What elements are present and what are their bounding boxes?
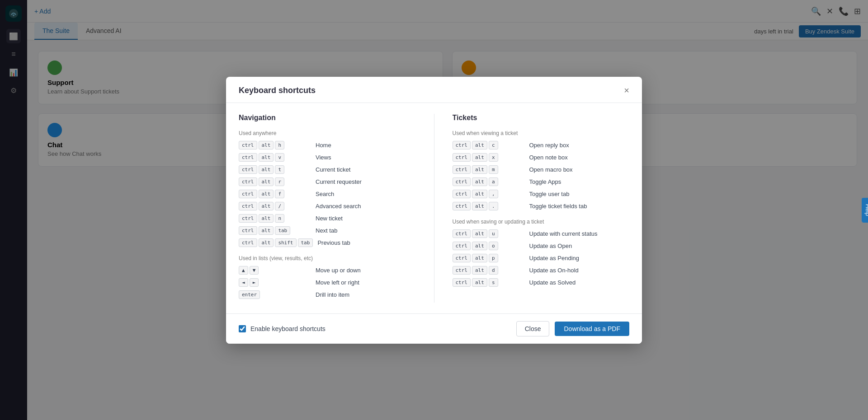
key-t: t: [275, 165, 284, 174]
key-alt: alt: [472, 177, 487, 186]
shortcut-drill: enter Drill into item: [239, 290, 416, 299]
key-slash: /: [275, 202, 284, 210]
shortcut-move-leftright: ◄ ► Move left or right: [239, 278, 416, 287]
key-alt: alt: [259, 190, 274, 198]
shortcut-open-note: ctrl alt x Open note box: [453, 153, 630, 162]
shortcut-new-ticket-keys: ctrl alt n: [239, 214, 311, 223]
shortcut-update-onhold-label: Update as On-hold: [529, 267, 579, 274]
used-in-lists-label: Used in lists (view, results, etc): [239, 255, 416, 261]
key-ctrl: ctrl: [239, 214, 257, 223]
key-m: m: [489, 165, 498, 174]
shortcut-move-updown-label: Move up or down: [316, 267, 361, 274]
shortcut-next-tab-keys: ctrl alt tab: [239, 226, 311, 235]
key-right: ►: [250, 278, 259, 287]
keyboard-shortcuts-modal: Keyboard shortcuts × Navigation Used any…: [226, 77, 642, 344]
used-saving-label: Used when saving or updating a ticket: [453, 219, 630, 225]
shortcut-current-ticket-keys: ctrl alt t: [239, 165, 311, 174]
shortcut-update-onhold: ctrl alt d Update as On-hold: [453, 266, 630, 275]
shortcut-current-ticket: ctrl alt t Current ticket: [239, 165, 416, 174]
key-p: p: [489, 254, 498, 262]
shortcut-views: ctrl alt v Views: [239, 153, 416, 162]
close-button[interactable]: Close: [516, 321, 550, 336]
shortcut-home: ctrl alt h Home: [239, 141, 416, 149]
shortcut-update-solved-label: Update as Solved: [529, 279, 576, 286]
key-ctrl: ctrl: [239, 153, 257, 162]
key-ctrl: ctrl: [453, 202, 471, 210]
enable-shortcuts-checkbox-label[interactable]: Enable keyboard shortcuts: [239, 325, 326, 332]
shortcut-prev-tab-label: Previous tab: [317, 239, 350, 246]
key-a: a: [489, 177, 498, 186]
shortcut-update-pending: ctrl alt p Update as Pending: [453, 254, 630, 262]
key-ctrl: ctrl: [453, 165, 471, 174]
key-ctrl: ctrl: [453, 141, 471, 149]
shortcut-update-open: ctrl alt o Update as Open: [453, 242, 630, 250]
key-d: d: [489, 266, 498, 275]
shortcut-prev-tab-keys: ctrl alt shift tab: [239, 238, 313, 247]
shortcut-open-reply-keys: ctrl alt c: [453, 141, 525, 149]
tickets-column: Tickets Used when viewing a ticket ctrl …: [453, 114, 630, 303]
key-alt: alt: [259, 226, 274, 235]
key-ctrl: ctrl: [453, 266, 471, 275]
shortcut-update-solved-keys: ctrl alt s: [453, 278, 525, 287]
shortcut-move-updown: ▲ ▼ Move up or down: [239, 266, 416, 275]
key-alt: alt: [472, 242, 487, 250]
column-divider: [434, 114, 434, 303]
help-tab[interactable]: Help: [862, 198, 868, 223]
shortcut-toggle-apps-keys: ctrl alt a: [453, 177, 525, 186]
key-ctrl: ctrl: [453, 242, 471, 250]
key-ctrl: ctrl: [453, 190, 471, 198]
shortcut-advanced-search-label: Advanced search: [316, 203, 361, 210]
enable-shortcuts-checkbox[interactable]: [239, 325, 246, 332]
shortcut-open-macro: ctrl alt m Open macro box: [453, 165, 630, 174]
key-ctrl: ctrl: [239, 141, 257, 149]
key-tab: tab: [275, 226, 290, 235]
download-button[interactable]: Download as a PDF: [555, 322, 629, 336]
footer-actions: Close Download as a PDF: [516, 321, 629, 336]
key-ctrl: ctrl: [239, 238, 257, 247]
shortcut-views-keys: ctrl alt v: [239, 153, 311, 162]
shortcut-update-pending-keys: ctrl alt p: [453, 254, 525, 262]
key-tab: tab: [298, 238, 313, 247]
shortcut-toggle-apps: ctrl alt a Toggle Apps: [453, 177, 630, 186]
key-alt: alt: [472, 254, 487, 262]
key-alt: alt: [259, 177, 274, 186]
key-alt: alt: [472, 153, 487, 162]
shortcut-move-leftright-keys: ◄ ►: [239, 278, 311, 287]
shortcut-open-note-keys: ctrl alt x: [453, 153, 525, 162]
key-left: ◄: [239, 278, 248, 287]
shortcut-new-ticket: ctrl alt n New ticket: [239, 214, 416, 223]
key-up: ▲: [239, 266, 248, 275]
shortcut-drill-label: Drill into item: [316, 291, 349, 298]
key-v: v: [275, 153, 284, 162]
shortcut-home-keys: ctrl alt h: [239, 141, 311, 149]
shortcut-current-requester-keys: ctrl alt r: [239, 177, 311, 186]
shortcut-update-current: ctrl alt u Update with current status: [453, 229, 630, 238]
key-alt: alt: [259, 153, 274, 162]
modal-footer: Enable keyboard shortcuts Close Download…: [226, 313, 642, 344]
shortcut-update-onhold-keys: ctrl alt d: [453, 266, 525, 275]
key-o: o: [489, 242, 498, 250]
modal-close-button[interactable]: ×: [624, 86, 629, 95]
shortcut-next-tab-label: Next tab: [316, 227, 337, 234]
key-h: h: [275, 141, 284, 149]
key-alt: alt: [472, 278, 487, 287]
key-ctrl: ctrl: [453, 153, 471, 162]
key-alt: alt: [472, 165, 487, 174]
shortcut-search-label: Search: [316, 191, 334, 197]
shortcut-open-reply: ctrl alt c Open reply box: [453, 141, 630, 149]
shortcut-update-pending-label: Update as Pending: [529, 255, 580, 261]
key-ctrl: ctrl: [453, 254, 471, 262]
key-r: r: [275, 177, 284, 186]
navigation-column: Navigation Used anywhere ctrl alt h Home…: [239, 114, 416, 303]
enable-shortcuts-text: Enable keyboard shortcuts: [250, 325, 326, 332]
shortcut-update-solved: ctrl alt s Update as Solved: [453, 278, 630, 287]
shortcut-search-keys: ctrl alt f: [239, 190, 311, 198]
key-ctrl: ctrl: [239, 190, 257, 198]
key-comma: ,: [489, 190, 498, 198]
shortcut-open-reply-label: Open reply box: [529, 142, 569, 149]
shortcut-current-requester: ctrl alt r Current requester: [239, 177, 416, 186]
shortcut-toggle-user-tab-keys: ctrl alt ,: [453, 190, 525, 198]
modal-title: Keyboard shortcuts: [239, 86, 316, 95]
key-alt: alt: [259, 165, 274, 174]
key-alt: alt: [472, 266, 487, 275]
